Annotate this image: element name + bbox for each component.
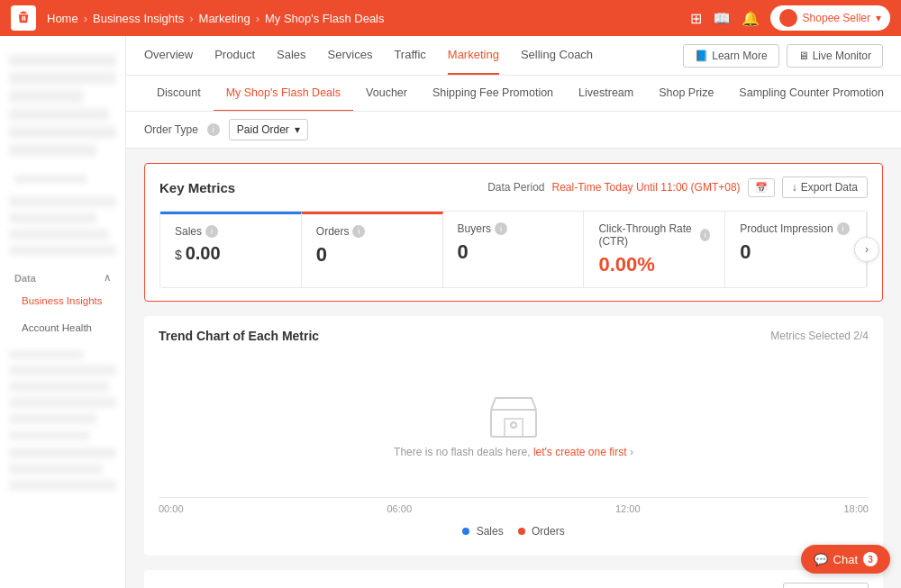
- book-icon[interactable]: 📖: [713, 10, 731, 27]
- breadcrumb: Home › Business Insights › Marketing › M…: [47, 12, 385, 25]
- chat-badge: 3: [863, 552, 878, 566]
- book-icon-sm: 📘: [695, 50, 708, 62]
- chat-label: Chat: [833, 553, 858, 566]
- chart-legend: Sales Orders: [159, 520, 869, 543]
- tab-services[interactable]: Services: [328, 36, 373, 75]
- live-monitor-button[interactable]: 🖥 Live Monitor: [787, 44, 883, 68]
- metric-card-orders: Orders i 0: [302, 212, 443, 287]
- x-label-0000: 00:00: [159, 503, 184, 514]
- data-period-value: Real-Time Today Until 11:00 (GMT+08): [552, 181, 741, 194]
- trend-chart-section: Trend Chart of Each Metric Metrics Selec…: [144, 316, 883, 556]
- shopee-logo[interactable]: [11, 5, 36, 31]
- performance-export-button[interactable]: ↓ Export Data: [783, 583, 869, 588]
- chart-container: There is no flash deals here, let's crea…: [159, 354, 869, 498]
- order-type-info-icon[interactable]: i: [207, 123, 220, 136]
- filter-bar: Order Type i Paid Order ▾: [126, 112, 901, 149]
- tabs-bar: Discount My Shop's Flash Deals Voucher S…: [126, 76, 901, 112]
- breadcrumb-home[interactable]: Home: [47, 12, 78, 25]
- sidebar-blurred-1[interactable]: [9, 54, 116, 67]
- download-icon: ↓: [792, 181, 797, 194]
- trend-chart-title: Trend Chart of Each Metric: [159, 329, 319, 343]
- chart-empty-state: There is no flash deals here, let's crea…: [394, 394, 633, 458]
- bell-icon[interactable]: 🔔: [742, 10, 760, 27]
- metrics-selected: Metrics Selected 2/4: [770, 330, 869, 342]
- tab-sales[interactable]: Sales: [277, 36, 306, 75]
- sidebar-blurred-5[interactable]: [9, 126, 116, 139]
- tab-my-shops-flash-deals[interactable]: My Shop's Flash Deals: [214, 76, 353, 112]
- calendar-icon: 📅: [755, 182, 768, 194]
- learn-more-button[interactable]: 📘 Learn More: [683, 44, 778, 68]
- avatar: [779, 9, 797, 27]
- tab-discount[interactable]: Discount: [144, 76, 214, 112]
- key-metrics-section: Key Metrics Data Period Real-Time Today …: [144, 163, 883, 302]
- tab-overview[interactable]: Overview: [144, 36, 193, 75]
- sidebar-blurred-3[interactable]: [9, 90, 84, 103]
- paid-order-option: Paid Order: [237, 123, 289, 136]
- sub-navigation: Overview Product Sales Services Traffic …: [126, 36, 901, 76]
- sidebar-section-data-arrow: ∧: [104, 272, 111, 284]
- sidebar-item-account-health[interactable]: Account Health: [0, 314, 125, 341]
- main-content: Key Metrics Data Period Real-Time Today …: [126, 149, 901, 588]
- top-navigation: Home › Business Insights › Marketing › M…: [0, 0, 901, 36]
- ctr-value: 0.00%: [598, 253, 710, 276]
- tab-sampling-counter[interactable]: Sampling Counter Promotion: [726, 76, 896, 112]
- buyers-info-icon[interactable]: i: [495, 222, 507, 235]
- create-first-link[interactable]: let's create one first: [533, 446, 627, 458]
- chevron-down-icon: ▾: [876, 12, 881, 24]
- dropdown-chevron-icon: ▾: [295, 123, 300, 136]
- trend-chart-header: Trend Chart of Each Metric Metrics Selec…: [159, 329, 869, 343]
- grid-icon[interactable]: ⊞: [690, 10, 702, 27]
- sidebar-blurred-6[interactable]: [9, 144, 96, 157]
- product-impression-info-icon[interactable]: i: [837, 222, 850, 235]
- ctr-info-icon[interactable]: i: [700, 229, 710, 241]
- user-badge[interactable]: Shopee Seller ▾: [770, 5, 890, 31]
- monitor-icon: 🖥: [798, 50, 809, 62]
- sidebar-blurred-4[interactable]: [9, 108, 109, 121]
- legend-sales-dot: [462, 528, 469, 535]
- tab-selling-coach[interactable]: Selling Coach: [521, 36, 593, 75]
- sidebar-item-business-insights[interactable]: Business Insights: [0, 287, 125, 314]
- tab-voucher[interactable]: Voucher: [353, 76, 420, 112]
- legend-orders-dot: [518, 528, 525, 535]
- orders-info-icon[interactable]: i: [352, 225, 365, 238]
- export-data-button[interactable]: ↓ Export Data: [782, 176, 868, 198]
- breadcrumb-business-insights[interactable]: Business Insights: [93, 12, 184, 25]
- performance-list-header: Performance List ↓ Export Data: [159, 583, 869, 588]
- tab-shop-prize[interactable]: Shop Prize: [646, 76, 726, 112]
- data-period-label: Data Period: [487, 181, 544, 194]
- tab-marketing[interactable]: Marketing: [448, 36, 499, 75]
- metric-card-buyers: Buyers i 0: [443, 212, 585, 287]
- sales-info-icon[interactable]: i: [205, 225, 218, 238]
- chat-button[interactable]: 💬 Chat 3: [801, 545, 890, 574]
- tab-shipping-fee[interactable]: Shipping Fee Promotion: [420, 76, 566, 112]
- metrics-actions: Data Period Real-Time Today Until 11:00 …: [487, 176, 868, 198]
- tab-brand-membership[interactable]: Brand Membership: [896, 76, 901, 112]
- sidebar-blurred-2[interactable]: [9, 72, 116, 85]
- legend-orders: Orders: [518, 525, 565, 538]
- chart-empty-text: There is no flash deals here, let's crea…: [394, 446, 633, 458]
- breadcrumb-marketing[interactable]: Marketing: [199, 12, 250, 25]
- metrics-next-button[interactable]: ›: [854, 237, 879, 262]
- tab-livestream[interactable]: Livestream: [566, 76, 646, 112]
- product-impression-value: 0: [740, 240, 851, 264]
- key-metrics-title: Key Metrics: [159, 180, 235, 195]
- shop-empty-icon: [487, 394, 541, 439]
- sales-label: Sales i: [175, 225, 287, 238]
- sidebar-section-data-label[interactable]: Data ∧: [0, 265, 125, 287]
- tab-product[interactable]: Product: [214, 36, 255, 75]
- metric-card-ctr: Click-Through Rate (CTR) i 0.00%: [584, 212, 725, 287]
- sidebar-section-data-title: Data: [14, 273, 36, 284]
- chart-x-axis: 00:00 06:00 12:00 18:00: [159, 498, 869, 520]
- sidebar-section-blurred2: [0, 167, 125, 187]
- metric-card-sales: Sales i $ 0.00: [160, 212, 302, 287]
- legend-sales: Sales: [462, 525, 503, 538]
- top-nav-right: ⊞ 📖 🔔 Shopee Seller ▾: [690, 5, 890, 31]
- orders-value: 0: [316, 243, 428, 267]
- tab-traffic[interactable]: Traffic: [394, 36, 425, 75]
- calendar-button[interactable]: 📅: [748, 178, 775, 197]
- orders-label: Orders i: [316, 225, 428, 238]
- order-type-select[interactable]: Paid Order ▾: [229, 119, 308, 140]
- x-label-1800: 18:00: [843, 503, 869, 514]
- chat-icon: 💬: [814, 553, 828, 566]
- content-area: Overview Product Sales Services Traffic …: [126, 36, 901, 588]
